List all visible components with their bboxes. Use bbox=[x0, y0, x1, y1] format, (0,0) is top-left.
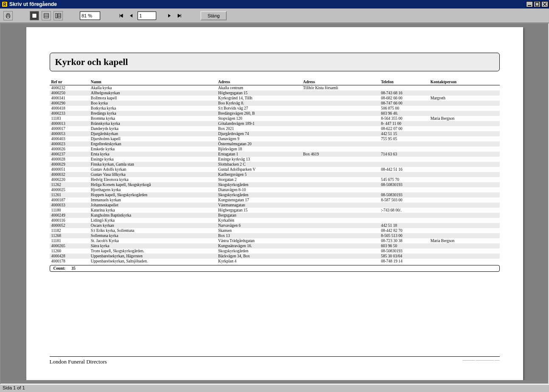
cell-tel bbox=[379, 147, 429, 152]
next-page-button[interactable] bbox=[166, 12, 173, 20]
cell-namn: Essinge kyrka bbox=[89, 157, 217, 162]
cell-ref: 4000418 bbox=[50, 106, 89, 111]
cell-adr2 bbox=[301, 228, 379, 233]
cell-adr2 bbox=[301, 162, 379, 167]
zoom-input[interactable] bbox=[80, 11, 100, 20]
first-page-button[interactable] bbox=[117, 12, 125, 20]
cell-tel bbox=[379, 213, 429, 218]
cell-ref: 4000233 bbox=[50, 111, 89, 116]
table-row: 4000178Uppenbarelsekyrkan, Saltsjöbaden.… bbox=[50, 259, 500, 264]
report-footer: London Funeral Directors ————— ——————— —… bbox=[50, 356, 500, 365]
cell-tel: 442 51 18 bbox=[379, 223, 429, 228]
cell-adr2 bbox=[301, 248, 379, 254]
cell-tel: 08-442 82 70 bbox=[379, 228, 429, 233]
cell-kont bbox=[429, 228, 500, 233]
cell-adr1: Narvavägen 6 bbox=[217, 223, 301, 228]
col-namn-header: Namn bbox=[89, 79, 217, 85]
table-row: 4000187Immanuels kyrkanKungstensgatan 17… bbox=[50, 197, 500, 203]
print-button[interactable] bbox=[3, 11, 13, 20]
cell-adr1: Box 2021 bbox=[217, 126, 301, 131]
cell-tel: 585 30 03/04 bbox=[379, 254, 429, 259]
cell-adr2 bbox=[301, 197, 379, 203]
cell-kont bbox=[429, 106, 500, 111]
cell-adr1: Götalandsvägen 189-1 bbox=[217, 121, 301, 126]
table-row: 11260Trons kapell, Skogskyrkogården.Skog… bbox=[50, 248, 500, 254]
count-value: 35 bbox=[71, 266, 76, 271]
cell-ref: 4000220 bbox=[50, 177, 89, 182]
cell-kont bbox=[429, 136, 500, 141]
cell-ref: 4000265 bbox=[50, 243, 89, 248]
cell-namn: Kungholms Baptistkyrka bbox=[89, 213, 217, 218]
table-row: 4000116Lidingö KyrkaKyrkallén bbox=[50, 218, 500, 223]
cell-kont bbox=[429, 248, 500, 254]
cell-adr1: Kungssätravägen 16. bbox=[217, 243, 301, 248]
cell-adr2 bbox=[301, 203, 379, 208]
page-number-input[interactable] bbox=[138, 11, 156, 20]
cell-ref: 4000187 bbox=[50, 197, 89, 203]
cell-ref: 11180 bbox=[50, 208, 89, 213]
cell-namn: Finska kyrkan, Gamla stan bbox=[89, 162, 217, 167]
cell-ref: 11260 bbox=[50, 248, 89, 254]
cell-tel: 8-564 355 00 bbox=[379, 116, 429, 121]
table-row: 4000233Bredängs kyrkaBredängsvägen 260, … bbox=[50, 111, 500, 116]
col-kont-header: Kontaktperson bbox=[429, 79, 500, 85]
cell-adr1: Kyrkplan 4 bbox=[217, 259, 301, 264]
cell-kont bbox=[429, 213, 500, 218]
cell-adr1: Skogskyrkogården bbox=[217, 248, 301, 254]
cell-ref: 4000116 bbox=[50, 218, 89, 223]
cell-kont bbox=[429, 157, 500, 162]
status-text: Sida 1 of 1 bbox=[3, 385, 25, 390]
cell-adr1: Storgatan 2 bbox=[217, 177, 301, 182]
cell-tel bbox=[379, 141, 429, 147]
cell-adr1: Skogskyrkogården bbox=[217, 182, 301, 187]
cell-namn: Hedvig Eleonora kyrka bbox=[89, 177, 217, 182]
svg-rect-8 bbox=[44, 13, 49, 18]
cell-adr1: S:t Botvids väg 27 bbox=[217, 106, 301, 111]
cell-kont bbox=[429, 233, 500, 238]
cell-adr2 bbox=[301, 177, 379, 182]
cell-adr2 bbox=[301, 116, 379, 121]
cell-ref: 11183 bbox=[50, 116, 89, 121]
cell-ref: 4000017 bbox=[50, 126, 89, 131]
cell-adr1: Kungstensgatan 17 bbox=[217, 197, 301, 203]
cell-ref: 11261 bbox=[50, 192, 89, 197]
table-row: 4000051Gustav Adolfs kyrkanGustaf Adolfs… bbox=[50, 167, 500, 172]
cell-namn: Sollentuna kyrka bbox=[89, 233, 217, 238]
cell-tel: 08-50830193 bbox=[379, 248, 429, 254]
cell-namn: Engelbrektskyrkan bbox=[89, 141, 217, 147]
cell-adr2 bbox=[301, 157, 379, 162]
cell-adr2 bbox=[301, 213, 379, 218]
cell-kont bbox=[429, 101, 500, 106]
cell-adr1: Essinge kyrkväg 13 bbox=[217, 157, 301, 162]
last-page-button[interactable] bbox=[176, 12, 183, 20]
cell-tel: 8-505 513 00 bbox=[379, 233, 429, 238]
cell-namn: Hoppets kapell, Skogskyrkogården bbox=[89, 192, 217, 197]
cell-adr1: Stopvägen 120 bbox=[217, 116, 301, 121]
cell-tel: 442 51 15 bbox=[379, 131, 429, 136]
close-button[interactable] bbox=[541, 1, 548, 7]
cell-adr2 bbox=[301, 101, 379, 106]
cell-namn: Djurgårdskyrkan bbox=[89, 131, 217, 136]
prev-page-button[interactable] bbox=[127, 12, 135, 20]
table-row: 4000053DjurgårdskyrkanDjurgårdsvägen 744… bbox=[50, 131, 500, 136]
cell-namn: Bredängs kyrka bbox=[89, 111, 217, 116]
maximize-button[interactable] bbox=[534, 1, 541, 7]
report-title-box: Kyrkor och kapell bbox=[50, 53, 500, 71]
app-icon: R bbox=[2, 1, 8, 7]
cell-adr1: Skogskyrkogården bbox=[217, 192, 301, 197]
close-report-button[interactable]: Stäng bbox=[200, 11, 227, 20]
cell-tel: 08-748 19 14 bbox=[379, 259, 429, 264]
col-adr2-header: Adress bbox=[301, 79, 379, 85]
footer-text: London Funeral Directors bbox=[50, 358, 500, 365]
cell-adr2 bbox=[301, 192, 379, 197]
table-row: 4000403Djursholms kapellDanavägen 9755 9… bbox=[50, 136, 500, 141]
view-mode-1-button[interactable] bbox=[30, 11, 39, 20]
view-mode-3-button[interactable] bbox=[53, 11, 63, 20]
cell-namn: S:t Eriks kyrka, Sollentuna bbox=[89, 228, 217, 233]
cell-adr1: Karlbergsvägen 5 bbox=[217, 172, 301, 177]
cell-adr2: Box 4619 bbox=[301, 152, 379, 157]
minimize-button[interactable] bbox=[526, 1, 533, 7]
view-mode-2-button[interactable] bbox=[42, 11, 51, 20]
svg-rect-6 bbox=[7, 16, 9, 18]
table-row: 4000428Uppenbarelsekyrkan, HägerstenBäck… bbox=[50, 254, 500, 259]
